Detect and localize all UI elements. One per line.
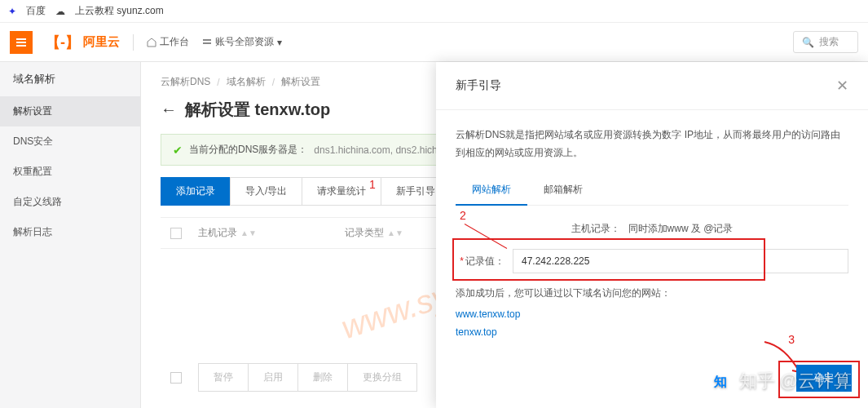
- modal-title: 新手引导: [456, 78, 501, 93]
- search-icon: 🔍: [802, 37, 814, 48]
- search-placeholder: 搜索: [819, 35, 839, 49]
- select-all-checkbox[interactable]: [170, 228, 182, 239]
- modal-description: 云解析DNS就是指把网站域名或应用资源转换为数字 IP地址，从而将最终用户的访问…: [456, 126, 848, 162]
- resources-dropdown[interactable]: 账号全部资源 ▾: [202, 35, 282, 49]
- sidebar-item-dns-security[interactable]: DNS安全: [0, 126, 140, 157]
- sort-icon: ▲▼: [387, 231, 403, 236]
- link-root[interactable]: tenxw.top: [456, 326, 848, 338]
- bulk-checkbox[interactable]: [170, 372, 182, 384]
- close-icon[interactable]: ✕: [836, 77, 848, 95]
- sidebar-item-weight[interactable]: 权重配置: [0, 157, 140, 187]
- svg-rect-0: [203, 39, 211, 41]
- logo-text: 阿里云: [83, 34, 120, 50]
- host-record-label: 主机记录：: [571, 222, 620, 236]
- breadcrumb-b[interactable]: 域名解析: [227, 75, 266, 89]
- enable-button[interactable]: 启用: [248, 363, 298, 392]
- resources-label: 账号全部资源: [215, 35, 274, 49]
- delete-button[interactable]: 删除: [297, 363, 348, 392]
- back-button[interactable]: ←: [161, 100, 177, 119]
- sidebar-item-custom-route[interactable]: 自定义线路: [0, 187, 140, 217]
- request-stats-button[interactable]: 请求量统计: [302, 177, 381, 206]
- workbench-label: 工作台: [160, 35, 189, 49]
- add-record-button[interactable]: 添加记录: [161, 177, 231, 206]
- sidebar-title: 域名解析: [0, 62, 140, 96]
- topbar-baidu[interactable]: 百度: [26, 4, 46, 18]
- svg-rect-1: [203, 42, 211, 44]
- annotation-2: 2: [460, 209, 466, 222]
- chevron-down-icon: ▾: [277, 37, 282, 48]
- import-export-button[interactable]: 导入/导出: [230, 177, 302, 206]
- cloud-icon: ☁: [55, 6, 65, 17]
- tab-web[interactable]: 网站解析: [456, 175, 527, 205]
- topbar-syunz[interactable]: 上云教程 syunz.com: [75, 4, 164, 18]
- sort-icon: ▲▼: [240, 231, 257, 236]
- group-button[interactable]: 更换分组: [347, 363, 417, 392]
- workbench-link[interactable]: 工作台: [147, 35, 189, 49]
- breadcrumb-c: 解析设置: [281, 75, 320, 89]
- sidebar-item-resolve-settings[interactable]: 解析设置: [0, 96, 140, 126]
- confirm-button[interactable]: 确定: [796, 365, 852, 392]
- col-host[interactable]: 主机记录 ▲▼: [198, 226, 345, 240]
- hamburger-menu[interactable]: [10, 31, 33, 54]
- pause-button[interactable]: 暂停: [198, 363, 249, 392]
- tab-mail[interactable]: 邮箱解析: [527, 175, 599, 205]
- link-www[interactable]: www.tenxw.top: [456, 308, 848, 320]
- page-title: 解析设置 tenxw.top: [185, 99, 330, 121]
- host-record-value: 同时添加www 及 @记录: [628, 222, 734, 236]
- record-value-input[interactable]: [513, 249, 848, 273]
- success-hint: 添加成功后，您可以通过以下域名访问您的网站：: [456, 286, 848, 300]
- record-value-label: *记录值：: [456, 255, 504, 268]
- check-icon: ✔: [173, 144, 183, 157]
- dns-info-label: 当前分配的DNS服务器是：: [189, 143, 307, 157]
- baidu-icon: ✦: [8, 6, 16, 17]
- breadcrumb-a[interactable]: 云解析DNS: [161, 75, 210, 89]
- logo[interactable]: 【-】 阿里云: [46, 33, 120, 52]
- sidebar-item-log[interactable]: 解析日志: [0, 217, 140, 247]
- guide-modal: 新手引导 ✕ 云解析DNS就是指把网站域名或应用资源转换为数字 IP地址，从而将…: [436, 62, 868, 408]
- col-type[interactable]: 记录类型 ▲▼: [345, 226, 403, 240]
- search-input[interactable]: 🔍 搜索: [793, 31, 858, 53]
